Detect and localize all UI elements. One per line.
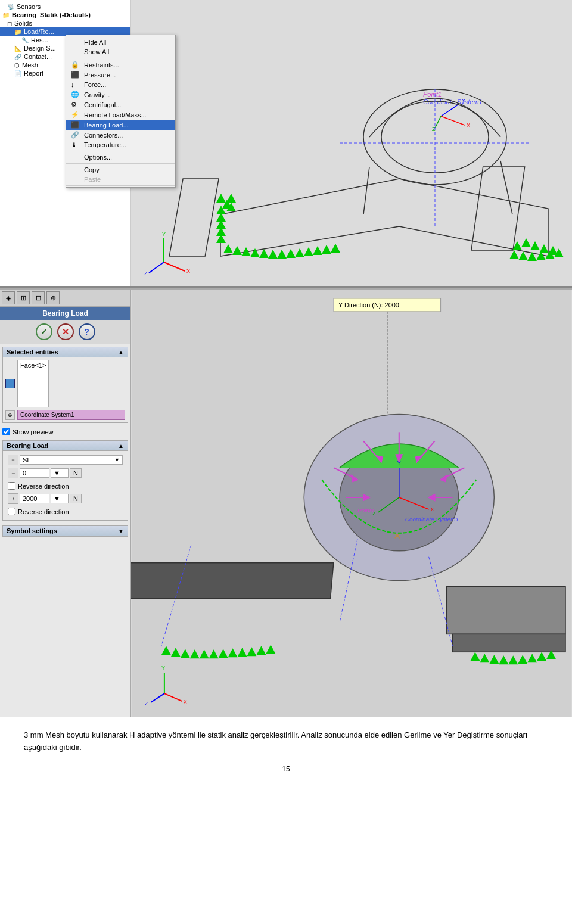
svg-text:Y: Y [397, 460, 401, 466]
x-unit-dropdown[interactable]: ▼ [51, 468, 69, 478]
symbol-settings-section: Symbol settings ▼ [2, 525, 128, 537]
menu-item-pressure[interactable]: ⬛ Pressure... [66, 70, 175, 80]
bottom-viewport-svg: Y-Direction (N): 2000 [131, 290, 572, 717]
bearing-load-body: ≡ SI ▼ → ▼ N [3, 451, 128, 520]
menu-item-restraints[interactable]: 🔒 Restraints... [66, 60, 175, 70]
y-unit-label: N [70, 494, 82, 503]
panel-title: Bearing Load [0, 307, 130, 320]
svg-text:X: X [431, 506, 434, 512]
help-button[interactable]: ? [79, 323, 95, 340]
dropdown-arrow: ▼ [114, 457, 120, 463]
unit-system-row: ≡ SI ▼ [5, 453, 125, 466]
bearing-load-subsection: Bearing Load ▲ ≡ SI ▼ → ▼ [2, 440, 128, 521]
y-unit-dropdown[interactable]: ▼ [51, 494, 69, 503]
toolbar-icon-4[interactable]: ⊛ [46, 291, 60, 304]
x-reverse-row: Reverse direction [5, 480, 125, 492]
selected-entities-body: Face<1> ⊕ Coordinate System1 [3, 357, 128, 422]
svg-text:X: X [467, 122, 470, 128]
svg-text:Coordinate System1: Coordinate System1 [405, 516, 459, 522]
menu-item-bearing-load[interactable]: ⬛ Bearing Load... [66, 120, 175, 130]
gravity-icon: 🌐 [71, 91, 82, 98]
menu-item-show-all[interactable]: Show All [66, 47, 175, 57]
ok-button[interactable]: ✓ [36, 323, 52, 340]
tree-item-bearing-statik[interactable]: 📁 Bearing_Statik (-Default-) [0, 11, 130, 19]
menu-item-paste[interactable]: Paste [66, 175, 175, 184]
y-direction-label: Y-Direction (N): 2000 [338, 301, 399, 309]
tree-panel: 📡 Sensors 📁 Bearing_Statik (-Default-) ◻… [0, 0, 131, 286]
menu-item-gravity[interactable]: 🌐 Gravity... [66, 89, 175, 99]
description-paragraph: 3 mm Mesh boyutu kullanarak H adaptive y… [24, 729, 548, 754]
viewport-top: Coordinate System1 Point1 Y X Z [131, 0, 572, 286]
top-section: 📡 Sensors 📁 Bearing_Statik (-Default-) ◻… [0, 0, 572, 286]
svg-rect-87 [453, 634, 565, 652]
menu-item-options[interactable]: Options... [66, 153, 175, 162]
entity-list[interactable]: Face<1> [17, 360, 49, 407]
svg-text:✕: ✕ [393, 531, 401, 541]
menu-item-force[interactable]: ↓ Force... [66, 80, 175, 89]
menu-item-hide-all[interactable]: Hide All [66, 38, 175, 47]
menu-item-remote-load[interactable]: ⚡ Remote Load/Mass... [66, 110, 175, 120]
menu-section-4: Copy Paste [66, 164, 175, 186]
y-reverse-row: Reverse direction [5, 505, 125, 518]
tree-item-sensors[interactable]: 📡 Sensors [0, 2, 130, 11]
x-value-row: → ▼ N [5, 466, 125, 480]
centrifugal-icon: ⚙ [71, 101, 82, 108]
svg-rect-85 [131, 563, 334, 599]
panel-action-row: ✓ ✕ ? [0, 320, 130, 344]
svg-text:X: X [186, 268, 190, 274]
menu-item-connectors[interactable]: 🔗 Connectors... [66, 130, 175, 140]
toolbar-icon-1[interactable]: ◈ [2, 291, 15, 304]
remote-load-icon: ⚡ [71, 111, 82, 119]
symbol-settings-header[interactable]: Symbol settings ▼ [3, 526, 128, 536]
sensors-icon: 📡 [7, 4, 14, 10]
top-viewport-svg: Coordinate System1 Point1 Y X Z [131, 0, 572, 286]
context-menu: Hide All Show All 🔒 Restraints... ⬛ Pres… [66, 35, 176, 188]
menu-item-copy[interactable]: Copy [66, 165, 175, 175]
svg-text:Coordinate System1: Coordinate System1 [423, 98, 483, 105]
panel-toolbar: ◈ ⊞ ⊟ ⊛ [0, 290, 130, 307]
svg-rect-86 [447, 587, 565, 634]
x-unit-label: N [70, 468, 82, 478]
page-number: 15 [0, 760, 572, 778]
cancel-button[interactable]: ✕ [57, 323, 74, 340]
svg-text:Y: Y [162, 231, 166, 237]
svg-text:Y: Y [462, 98, 465, 104]
pressure-icon: ⬛ [71, 71, 82, 79]
x-axis-icon: → [8, 468, 18, 478]
unit-icon: ≡ [8, 455, 18, 465]
toolbar-icon-2[interactable]: ⊞ [17, 291, 30, 304]
folder-icon: 📁 [2, 12, 10, 18]
contact-icon: 🔗 [14, 54, 21, 60]
selected-entities-section: Selected entities ▲ Face<1> ⊕ Coordinate… [2, 347, 128, 423]
unit-dropdown[interactable]: SI ▼ [20, 455, 123, 465]
svg-text:Z: Z [144, 270, 148, 276]
text-section: 3 mm Mesh boyutu kullanarak H adaptive y… [0, 717, 572, 760]
menu-item-centrifugal[interactable]: ⚙ Centrifugal... [66, 99, 175, 110]
y-reverse-checkbox[interactable] [8, 508, 15, 515]
menu-section-1: Hide All Show All [66, 36, 175, 58]
toolbar-icon-3[interactable]: ⊟ [32, 291, 45, 304]
svg-text:X: X [184, 699, 187, 705]
x-value-input[interactable] [20, 468, 49, 478]
show-preview-checkbox[interactable] [2, 428, 10, 435]
bearing-load-subheader[interactable]: Bearing Load ▲ [3, 441, 128, 451]
y-axis-icon: ↑ [8, 493, 18, 504]
chevron-up-icon-2: ▲ [118, 443, 124, 449]
y-value-input[interactable] [20, 494, 49, 503]
coordinate-system-box[interactable]: Coordinate System1 [17, 410, 125, 420]
restraints-icon: 🔒 [71, 61, 82, 69]
show-preview-row: Show preview [0, 425, 130, 438]
menu-section-2: 🔒 Restraints... ⬛ Pressure... ↓ Force...… [66, 58, 175, 151]
temperature-icon: 🌡 [71, 141, 82, 148]
x-reverse-checkbox[interactable] [8, 482, 15, 490]
force-icon: ↓ [71, 81, 82, 88]
svg-text:Point1: Point1 [423, 91, 442, 98]
menu-item-temperature[interactable]: 🌡 Temperature... [66, 140, 175, 150]
y-unit-arrow: ▼ [54, 495, 60, 502]
menu-section-3: Options... [66, 151, 175, 164]
selected-entities-header[interactable]: Selected entities ▲ [3, 347, 128, 357]
mesh-icon: ⬡ [14, 62, 20, 69]
svg-text:Point1: Point1 [358, 507, 374, 514]
tree-item-solids[interactable]: ◻ Solids [0, 19, 130, 27]
chevron-up-icon: ▲ [118, 349, 124, 356]
